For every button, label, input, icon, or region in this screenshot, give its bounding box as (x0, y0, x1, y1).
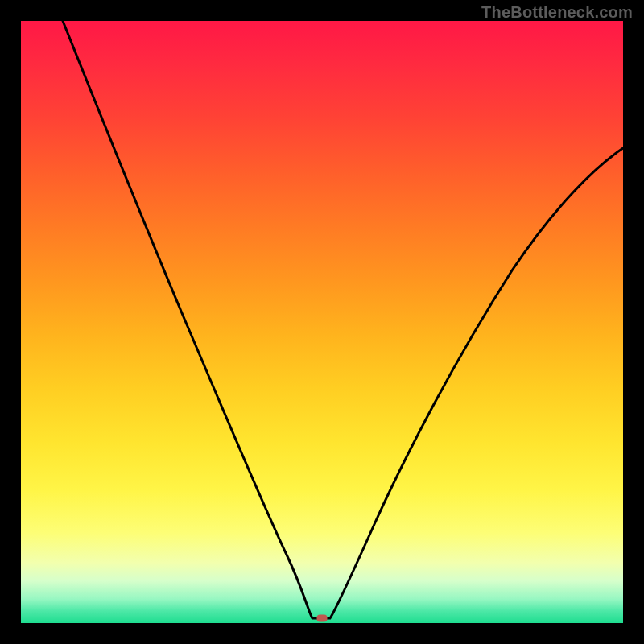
chart-frame: TheBottleneck.com (0, 0, 644, 644)
watermark-text: TheBottleneck.com (481, 3, 633, 22)
plot-area (21, 21, 623, 623)
bottleneck-curve (63, 21, 623, 618)
curve-svg (21, 21, 623, 623)
bottleneck-marker (317, 615, 328, 622)
